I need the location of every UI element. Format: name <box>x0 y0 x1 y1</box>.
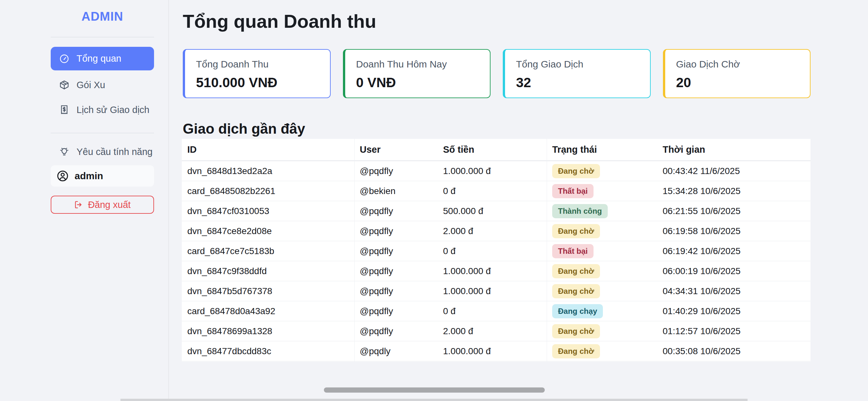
status-badge: Đang chạy <box>552 304 603 318</box>
current-user-name: admin <box>74 171 103 181</box>
cell-status: Đang chờ <box>547 321 657 341</box>
column-header-time: Thời gian <box>657 139 810 160</box>
cell-user: @pqdfly <box>354 321 438 341</box>
table-row: dvn_68477dbcdd83c @pqdly 1.000.000 đ Đan… <box>182 341 810 361</box>
stat-card-total-transactions: Tổng Giao Dịch 32 <box>503 49 651 98</box>
status-badge: Thành công <box>552 204 608 218</box>
stat-card-pending-transactions: Giao Dịch Chờ 20 <box>663 49 811 98</box>
user-circle-icon <box>57 170 69 182</box>
cell-amount: 1.000.000 đ <box>438 261 547 281</box>
stat-label: Tổng Giao Dịch <box>516 59 650 70</box>
cell-status: Thành công <box>547 201 657 221</box>
cell-user: @pqdfly <box>354 261 438 281</box>
cell-transaction-id: dvn_68477dbcdd83c <box>182 341 354 361</box>
cell-time: 06:00:19 10/6/2025 <box>657 261 810 281</box>
page-title: Tổng quan Doanh thu <box>183 8 376 34</box>
cell-time: 15:34:28 10/6/2025 <box>657 181 810 201</box>
cell-status: Đang chờ <box>547 221 657 241</box>
column-header-id: ID <box>182 139 354 160</box>
cell-status: Đang chờ <box>547 161 657 181</box>
sidebar-item-label: Gói Xu <box>76 80 105 90</box>
current-user-card[interactable]: admin <box>51 165 154 187</box>
cell-amount: 1.000.000 đ <box>438 341 547 361</box>
stat-label: Giao Dịch Chờ <box>676 59 810 70</box>
status-badge: Đang chờ <box>552 264 600 278</box>
column-header-status: Trạng thái <box>547 139 657 160</box>
package-icon <box>59 80 69 90</box>
cell-transaction-id: card_6847ce7c5183b <box>182 241 354 261</box>
sidebar-item-label: Tổng quan <box>76 53 121 64</box>
column-header-amount: Số tiền <box>438 139 547 160</box>
logout-icon <box>74 200 83 209</box>
sidebar-divider-top <box>51 37 154 37</box>
sidebar-item-packages[interactable]: Gói Xu <box>51 73 154 96</box>
cell-user: @pqdfly <box>354 281 438 301</box>
sidebar-divider-bottom <box>51 133 154 133</box>
cell-user: @pqdfly <box>354 161 438 181</box>
cell-user: @pqdfly <box>354 221 438 241</box>
table-row: dvn_6847b5d767378 @pqdfly 1.000.000 đ Đa… <box>182 281 810 301</box>
sidebar: ADMIN Tổng quan Gói Xu Lịch sử Giao dịch <box>0 0 169 401</box>
receipt-icon <box>59 104 69 115</box>
table-row: dvn_6847c9f38ddfd @pqdfly 1.000.000 đ Đa… <box>182 261 810 281</box>
sidebar-item-feature-request[interactable]: Yêu cầu tính năng <box>51 141 154 163</box>
horizontal-scrollbar-thumb[interactable] <box>324 388 545 393</box>
table-row: dvn_6848d13ed2a2a @pqdfly 1.000.000 đ Đa… <box>182 161 810 181</box>
cell-status: Đang chờ <box>547 281 657 301</box>
table-row: dvn_68478699a1328 @pqdfly 2.000 đ Đang c… <box>182 321 810 341</box>
cell-transaction-id: dvn_6848d13ed2a2a <box>182 161 354 181</box>
cell-user: @pqdfly <box>354 201 438 221</box>
status-badge: Đang chờ <box>552 344 600 359</box>
cell-user: @pqdfly <box>354 241 438 261</box>
cell-time: 01:40:29 10/6/2025 <box>657 301 810 321</box>
column-divider <box>547 139 547 362</box>
cell-time: 06:19:58 10/6/2025 <box>657 221 810 241</box>
cell-time: 00:35:08 10/6/2025 <box>657 341 810 361</box>
stat-card-today-revenue: Doanh Thu Hôm Nay 0 VNĐ <box>343 49 491 98</box>
cell-amount: 1.000.000 đ <box>438 281 547 301</box>
status-badge: Thất bại <box>552 244 593 258</box>
cell-amount: 0 đ <box>438 181 547 201</box>
column-divider <box>354 139 354 362</box>
cell-amount: 0 đ <box>438 301 547 321</box>
status-badge: Đang chờ <box>552 164 600 178</box>
cell-transaction-id: dvn_6847ce8e2d08e <box>182 221 354 241</box>
stat-card-total-revenue: Tổng Doanh Thu 510.000 VNĐ <box>183 49 331 98</box>
stat-value: 20 <box>676 75 810 90</box>
cell-status: Đang chờ <box>547 341 657 361</box>
cell-user: @bekien <box>354 181 438 201</box>
status-badge: Đang chờ <box>552 284 600 298</box>
sidebar-item-history[interactable]: Lịch sử Giao dịch <box>51 98 154 121</box>
column-header-user: User <box>354 139 438 160</box>
cell-amount: 2.000 đ <box>438 221 547 241</box>
cell-time: 01:12:57 10/6/2025 <box>657 321 810 341</box>
status-badge: Thất bại <box>552 184 593 198</box>
cell-time: 06:19:42 10/6/2025 <box>657 241 810 261</box>
cell-user: @pqdfly <box>354 301 438 321</box>
stat-value: 510.000 VNĐ <box>196 75 330 90</box>
cell-status: Đang chờ <box>547 261 657 281</box>
gauge-icon <box>59 54 69 64</box>
stat-label: Doanh Thu Hôm Nay <box>356 59 490 70</box>
table-body: dvn_6848d13ed2a2a @pqdfly 1.000.000 đ Đa… <box>182 161 810 361</box>
table-row: dvn_6847cf0310053 @pqdfly 500.000 đ Thàn… <box>182 201 810 221</box>
lightbulb-icon <box>59 147 69 157</box>
stat-cards: Tổng Doanh Thu 510.000 VNĐ Doanh Thu Hôm… <box>183 49 810 98</box>
cell-amount: 0 đ <box>438 241 547 261</box>
sidebar-item-overview[interactable]: Tổng quan <box>51 47 154 70</box>
sidebar-item-label: Lịch sử Giao dịch <box>76 104 150 115</box>
cell-transaction-id: dvn_68478699a1328 <box>182 321 354 341</box>
table-row: card_68478d0a43a92 @pqdfly 0 đ Đang chạy… <box>182 301 810 321</box>
table-row: card_68485082b2261 @bekien 0 đ Thất bại … <box>182 181 810 201</box>
table-header-row: ID User Số tiền Trạng thái Thời gian <box>182 139 810 161</box>
logout-button[interactable]: Đăng xuất <box>51 196 154 214</box>
cell-time: 00:43:42 11/6/2025 <box>657 161 810 181</box>
status-badge: Đang chờ <box>552 324 600 338</box>
cell-amount: 2.000 đ <box>438 321 547 341</box>
cell-transaction-id: dvn_6847cf0310053 <box>182 201 354 221</box>
main-content: Tổng quan Doanh thu Tổng Doanh Thu 510.0… <box>169 0 868 401</box>
stat-value: 0 VNĐ <box>356 75 490 90</box>
cell-transaction-id: dvn_6847c9f38ddfd <box>182 261 354 281</box>
transactions-table: ID User Số tiền Trạng thái Thời gian dvn… <box>182 139 810 362</box>
cell-time: 06:21:55 10/6/2025 <box>657 201 810 221</box>
